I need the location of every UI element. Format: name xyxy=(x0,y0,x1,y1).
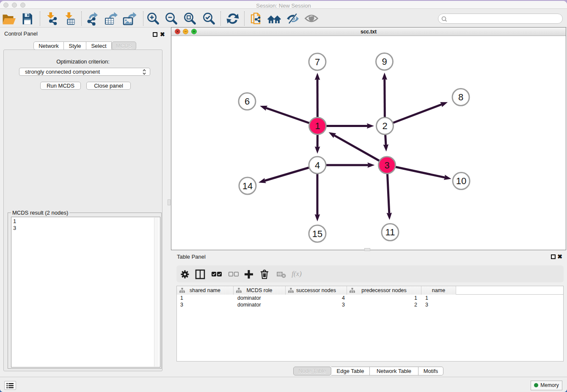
svg-text:4: 4 xyxy=(315,160,320,171)
svg-text:7: 7 xyxy=(315,57,320,67)
svg-text:9: 9 xyxy=(382,56,387,67)
svg-text:14: 14 xyxy=(242,181,253,191)
svg-text:15: 15 xyxy=(312,229,322,239)
svg-text:f(x): f(x) xyxy=(292,270,302,278)
svg-text:3: 3 xyxy=(384,160,389,171)
svg-text:6: 6 xyxy=(245,96,250,107)
svg-text:1: 1 xyxy=(315,121,320,131)
svg-text:8: 8 xyxy=(458,92,463,102)
svg-text:10: 10 xyxy=(456,176,466,186)
svg-text:11: 11 xyxy=(385,227,395,237)
svg-text:2: 2 xyxy=(382,121,387,131)
